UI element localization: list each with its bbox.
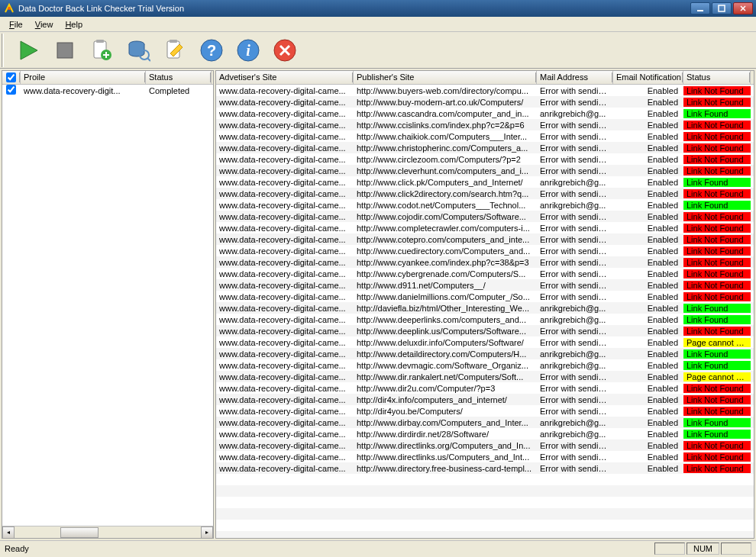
result-row[interactable]: www.data-recovery-digital-came...http://… [216,142,754,153]
cell-advertiser: www.data-recovery-digital-came... [216,121,354,130]
result-row[interactable]: www.data-recovery-digital-came...http://… [216,291,754,302]
cell-notification: Enabled [613,430,683,439]
result-row[interactable]: www.data-recovery-digital-came...http://… [216,371,754,382]
result-row[interactable]: www.data-recovery-digital-came...http://… [216,165,754,176]
result-row[interactable]: www.data-recovery-digital-came...http://… [216,279,754,291]
profile-panel: Proile Status www.data-recovery-digit...… [2,70,214,539]
cell-link-status: Link Not Found [683,441,751,450]
scroll-left-button[interactable]: ◂ [2,526,15,539]
cancel-button[interactable] [270,35,300,66]
row-checkbox[interactable] [6,85,16,95]
result-row[interactable]: www.data-recovery-digital-came...http://… [216,176,754,188]
result-row[interactable]: www.data-recovery-digital-came...http://… [216,188,754,199]
empty-row [216,497,754,508]
menu-file[interactable]: File [3,18,29,31]
info-button[interactable]: i [233,35,263,66]
svg-rect-11 [170,40,177,43]
result-row[interactable]: www.data-recovery-digital-came...http://… [216,211,754,222]
results-grid-body[interactable]: www.data-recovery-digital-came...http://… [216,85,754,538]
cell-publisher: http://www.d911.net/Computers__/ [354,281,537,290]
result-row[interactable]: www.data-recovery-digital-came...http://… [216,85,754,96]
window-title: Data Doctor Back Link Checker Trial Vers… [18,4,690,13]
minimize-button[interactable] [690,2,710,14]
result-row[interactable]: www.data-recovery-digital-came...http://… [216,325,754,336]
header-checkbox-col[interactable] [2,71,21,84]
menu-view[interactable]: View [29,18,60,31]
result-row[interactable]: www.data-recovery-digital-came...http://… [216,394,754,405]
cell-notification: Enabled [613,178,683,187]
cell-link-status: Link Not Found [683,407,751,416]
cell-notification: Enabled [613,109,683,118]
cell-publisher: http://www.cyankee.com/index.php?c=38&p=… [354,258,537,267]
scroll-right-button[interactable]: ▸ [201,526,213,539]
result-row[interactable]: www.data-recovery-digital-came...http://… [216,302,754,314]
result-row[interactable]: www.data-recovery-digital-came...http://… [216,256,754,268]
svg-point-0 [8,7,11,10]
row-checkbox-cell[interactable] [2,85,21,96]
horizontal-scrollbar[interactable]: ◂ ▸ [2,526,213,538]
result-row[interactable]: www.data-recovery-digital-came...http://… [216,462,754,474]
header-mail[interactable]: Mail Address [537,71,613,84]
cell-publisher: http://dir4x.info/computers_and_internet… [354,395,537,404]
profile-grid-body[interactable]: www.data-recovery-digit...Completed [2,85,213,526]
result-row[interactable]: www.data-recovery-digital-came...http://… [216,359,754,371]
header-profile[interactable]: Proile [21,71,146,84]
result-row[interactable]: www.data-recovery-digital-came...http://… [216,153,754,165]
header-advertiser[interactable]: Advetiser's Site [216,71,354,84]
result-row[interactable]: www.data-recovery-digital-came...http://… [216,222,754,233]
database-button[interactable] [123,35,153,66]
edit-profile-button[interactable] [160,35,190,66]
cell-publisher: http://www.detaildirectory.com/Computers… [354,349,537,359]
cell-mail: anrikgrebich@g... [537,349,613,359]
cell-link-status: Link Found [683,418,751,427]
result-row[interactable]: www.data-recovery-digital-came...http://… [216,233,754,245]
result-row[interactable]: www.data-recovery-digital-came...http://… [216,119,754,130]
cell-notification: Enabled [613,121,683,130]
maximize-button[interactable] [712,2,732,14]
result-row[interactable]: www.data-recovery-digital-came...http://… [216,439,754,451]
close-button[interactable] [733,2,753,14]
result-row[interactable]: www.data-recovery-digital-came...http://… [216,199,754,211]
header-checkbox[interactable] [6,72,16,82]
result-row[interactable]: www.data-recovery-digital-came...http://… [216,417,754,428]
cell-notification: Enabled [613,86,683,95]
add-profile-button[interactable] [86,35,117,66]
result-row[interactable]: www.data-recovery-digital-came...http://… [216,405,754,417]
result-row[interactable]: www.data-recovery-digital-came...http://… [216,348,754,359]
cell-link-status: Link Not Found [683,464,751,473]
profile-row[interactable]: www.data-recovery-digit...Completed [2,85,213,96]
cell-notification: Enabled [613,384,683,393]
result-row[interactable]: www.data-recovery-digital-came...http://… [216,245,754,256]
cell-link-status: Link Found [683,304,751,313]
header-status[interactable]: Status [146,71,212,84]
cell-notification: Enabled [613,441,683,450]
cell-notification: Enabled [613,212,683,221]
play-button[interactable] [13,35,44,66]
result-row[interactable]: www.data-recovery-digital-came...http://… [216,428,754,439]
menu-help[interactable]: Help [59,18,89,31]
result-row[interactable]: www.data-recovery-digital-came...http://… [216,130,754,142]
header-publisher[interactable]: Publisher's Site [354,71,537,84]
cell-link-status: Link Found [683,315,751,324]
cell-mail: Error with sending... [537,327,613,336]
header-link-status[interactable]: Status [683,71,751,84]
stop-button[interactable] [50,35,80,66]
help-button[interactable]: ? [196,35,227,66]
result-row[interactable]: www.data-recovery-digital-came...http://… [216,336,754,348]
cell-mail: Error with sending... [537,281,613,290]
header-notification[interactable]: Email Notification [613,71,683,84]
cell-publisher: http://www.deeplink.us/Computers/Softwar… [354,327,537,336]
cell-mail: Error with sending... [537,269,613,278]
cell-advertiser: www.data-recovery-digital-came... [216,86,354,95]
result-row[interactable]: www.data-recovery-digital-came...http://… [216,268,754,279]
scroll-thumb[interactable] [60,527,99,538]
result-row[interactable]: www.data-recovery-digital-came...http://… [216,382,754,394]
cell-publisher: http://www.directlinks.us/Computers_and_… [354,452,537,462]
result-row[interactable]: www.data-recovery-digital-came...http://… [216,108,754,119]
result-row[interactable]: www.data-recovery-digital-came...http://… [216,314,754,325]
cell-advertiser: www.data-recovery-digital-came... [216,361,354,370]
result-row[interactable]: www.data-recovery-digital-came...http://… [216,451,754,462]
result-row[interactable]: www.data-recovery-digital-came...http://… [216,96,754,108]
cell-mail: Error with sending... [537,86,613,95]
toolbar: ? i [0,32,756,69]
